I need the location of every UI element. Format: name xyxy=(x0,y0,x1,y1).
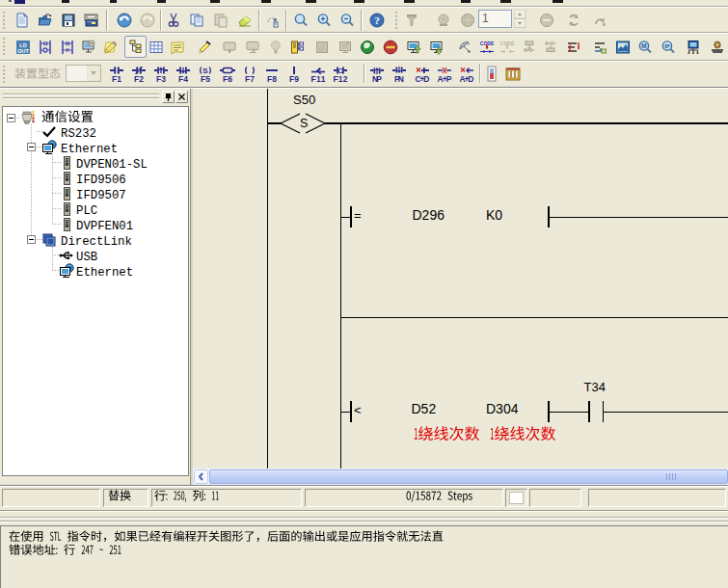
svg-text:?: ? xyxy=(374,14,380,26)
svg-text:NP: NP xyxy=(372,74,382,83)
svg-text:F9: F9 xyxy=(289,74,299,83)
svg-text:F8: F8 xyxy=(267,74,277,83)
svg-text:PN: PN xyxy=(394,74,404,83)
svg-text:IP: IP xyxy=(664,43,670,49)
svg-text:OUT: OUT xyxy=(17,48,29,54)
svg-text:A+D: A+D xyxy=(460,74,474,83)
svg-text:F3: F3 xyxy=(156,74,166,83)
svg-text:F1: F1 xyxy=(112,74,121,83)
svg-text:F6: F6 xyxy=(223,74,232,83)
svg-text:S: S xyxy=(202,67,208,74)
svg-text:F11: F11 xyxy=(311,74,326,83)
svg-text:A+P: A+P xyxy=(438,74,452,83)
svg-text:F4: F4 xyxy=(178,74,188,83)
svg-text:C+D: C+D xyxy=(416,74,430,83)
svg-text:LD: LD xyxy=(19,42,26,48)
svg-text:C: C xyxy=(337,67,343,74)
svg-text:F12: F12 xyxy=(334,74,348,83)
svg-text:M: M xyxy=(641,42,646,49)
svg-text:F2: F2 xyxy=(134,74,144,83)
svg-text:F5: F5 xyxy=(201,74,210,83)
svg-text:F7: F7 xyxy=(245,74,255,83)
